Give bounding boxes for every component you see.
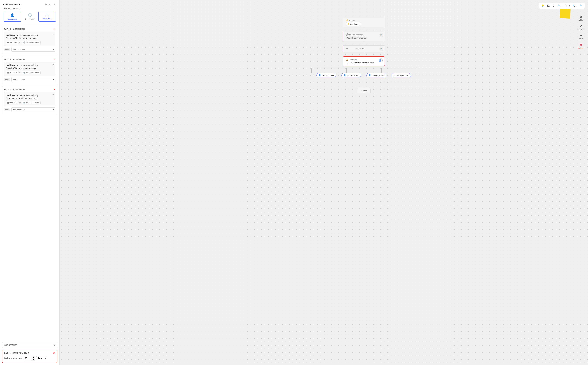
trigger-title: ⚡ Trigger <box>346 19 382 21</box>
path-3-and-label: AND <box>4 108 10 111</box>
close-button[interactable]: × <box>53 2 57 6</box>
path-2-and-row: AND Add condition ▾ <box>4 77 56 82</box>
copy-to-button[interactable]: ↗ Copy to <box>576 23 585 31</box>
inapp-content-tag: You still have work to do <box>346 37 367 39</box>
path-2-tag-nps-video: 🕐 NPS video demo <box>22 71 41 74</box>
path-3-label: PATH 3 - CONDITION <box>4 88 25 91</box>
move-icon: ✛ <box>580 34 582 37</box>
path-1-condition-bold: is clicked <box>6 34 15 36</box>
tab-conditions-label: Conditions <box>8 18 17 20</box>
path-2-remove-button[interactable]: ✕ <box>53 58 56 61</box>
branch-h-line <box>311 68 417 68</box>
days-value-input[interactable] <box>24 356 32 360</box>
canvas-toolbar: 💡 🖼 🗒 🔍− 100% 🔍+ 🔍 <box>539 3 585 9</box>
path-1-add-condition-button[interactable]: Add condition ▾ <box>11 47 56 52</box>
path-3-and-row: AND Add condition ▾ <box>4 107 56 112</box>
path-1-header: PATH 1 - CONDITION ✕ <box>4 28 56 30</box>
path-2-section: PATH 2 - CONDITION ✕ is clicked on respo… <box>2 56 57 84</box>
wait-content: Wait until conditions are met <box>346 62 382 64</box>
days-value-input-wrap: ▲ ▼ <box>23 356 35 361</box>
lightbulb-icon-button[interactable]: 💡 <box>540 4 545 8</box>
nps-badge: 📋 <box>379 47 383 51</box>
condition-met-1: 👤 Condition met <box>316 73 336 77</box>
path-1-condition-text: is clicked on response containing "detra… <box>6 34 54 40</box>
panel-header: Edit wait until... ID: 397 × Wait until … <box>0 0 59 24</box>
path-1-remove-button[interactable]: ✕ <box>53 28 56 30</box>
path-3-header: PATH 3 - CONDITION ✕ <box>4 88 56 91</box>
wait-node: ⏳ Wait Until... Wait until conditions ar… <box>343 56 385 66</box>
tab-event-time[interactable]: 🕐 Event time <box>21 12 39 22</box>
spin-down-button[interactable]: ▼ <box>32 358 35 361</box>
image-icon-button[interactable]: 🖼 <box>546 4 551 8</box>
path-2-condition-bold: is clicked <box>6 64 15 66</box>
path-3-add-condition-button[interactable]: Add condition ▾ <box>11 107 56 112</box>
connector-2 <box>364 41 364 45</box>
path-3-tag-nps-video: 🕐 NPS video demo <box>22 101 41 105</box>
zoom-out-button[interactable]: 🔍− <box>557 4 563 8</box>
paths-container: PATH 1 - CONDITION ✕ is clicked on respo… <box>0 24 59 342</box>
copy-button[interactable]: ⧉ Copy <box>576 14 585 22</box>
add-condition-global-button[interactable]: Add condition ▾ <box>2 342 57 348</box>
move-button[interactable]: ✛ Move <box>576 33 585 41</box>
tab-max-time[interactable]: ⏱ Max. time <box>38 12 56 22</box>
exit-line-container <box>297 77 431 88</box>
copy-to-icon: ↗ <box>580 24 582 28</box>
exit-node: ↗ Exit <box>357 88 370 93</box>
copy-to-label: Copy to <box>577 28 584 30</box>
path-1-label: PATH 1 - CONDITION <box>4 28 25 30</box>
path-2-condition-tags: ▦ Web NPS in 🕐 NPS video demo <box>6 71 54 74</box>
canvas: 💡 🖼 🗒 🔍− 100% 🔍+ 🔍 ⧉ Copy ↗ Copy to ✛ Mo… <box>60 0 588 365</box>
path-2-add-condition-button[interactable]: Add condition ▾ <box>11 77 56 82</box>
inapp-badge: 📋 <box>379 33 383 37</box>
path-1-condition-item: is clicked on response containing "detra… <box>4 32 56 46</box>
path-3-condition-bold: is clicked <box>6 94 15 97</box>
inapp-node: 💬 In-App Message 2 You still have work t… <box>343 32 385 41</box>
canvas-side-actions: ⧉ Copy ↗ Copy to ✛ Move ✕ Delete <box>576 14 585 50</box>
wait-max-row: Wait a maximum of ▲ ▼ hours days weeks <box>4 356 55 361</box>
delete-label: Delete <box>578 47 584 49</box>
path-1-section: PATH 1 - CONDITION ✕ is clicked on respo… <box>2 26 57 54</box>
copy-label: Copy <box>579 19 583 21</box>
zoom-in-button[interactable]: 🔍+ <box>571 4 578 8</box>
path-3-condition-text: is clicked on response containing "promo… <box>6 94 54 100</box>
path-1-tag-web-nps: ▦ Web NPS <box>6 41 18 44</box>
wait-max-label: Wait a maximum of <box>4 357 22 359</box>
path-1-and-row: AND Add condition ▾ <box>4 47 56 52</box>
sticky-note <box>560 9 571 19</box>
condition-met-2: 👤 Condition met <box>341 73 361 77</box>
path-4-label: PATH 4 - MAXIMUM TIME <box>4 352 29 354</box>
search-button[interactable]: 🔍 <box>579 4 584 8</box>
inapp-title: 💬 In-App Message 2 <box>346 34 382 36</box>
tab-conditions[interactable]: 👤 Conditions <box>4 12 21 22</box>
path-3-condition-tags: ▦ Web NPS in 🕐 NPS video demo <box>6 101 54 105</box>
nps-node: ▦ ▬▬▬▬ Web NPS 📋 <box>343 45 385 52</box>
spin-buttons: ▲ ▼ <box>32 356 35 361</box>
conditions-icon: 👤 <box>10 13 14 17</box>
max-time-icon: ⏱ <box>46 13 49 17</box>
path-4-header: PATH 4 - MAXIMUM TIME ✕ <box>4 352 55 354</box>
path-2-tag-web-nps: ▦ Web NPS <box>6 71 18 74</box>
path-3-remove-button[interactable]: ✕ <box>53 88 56 91</box>
path-1-condition-tags: ▦ Web NPS in 🕐 NPS video demo <box>6 41 54 44</box>
path-1-condition-close-button[interactable]: × <box>52 33 54 36</box>
connector-1 <box>364 27 364 32</box>
path-2-condition-close-button[interactable]: × <box>52 63 54 66</box>
condition-met-3: 👤 Condition met <box>367 73 386 77</box>
condition-met-row: 👤 Condition met 👤 Condition met 👤 Condit… <box>316 73 411 77</box>
tab-max-time-label: Max. time <box>43 18 51 20</box>
trigger-tag: ⚡ nps-trigger <box>346 22 361 26</box>
event-time-icon: 🕐 <box>28 13 32 17</box>
note-icon-button[interactable]: 🗒 <box>551 4 556 8</box>
copy-icon: ⧉ <box>580 15 582 18</box>
tabs-row: 👤 Conditions 🕐 Event time ⏱ Max. time <box>3 12 57 22</box>
delete-button[interactable]: ✕ Delete <box>576 42 585 50</box>
panel-id: ID: 397 <box>45 3 52 6</box>
path-4-remove-button[interactable]: ✕ <box>53 352 55 354</box>
days-unit-select[interactable]: hours days weeks <box>36 356 47 360</box>
path-3-condition-close-button[interactable]: × <box>52 93 54 96</box>
spin-up-button[interactable]: ▲ <box>32 356 35 358</box>
path-1-and-label: AND <box>4 48 10 51</box>
path-3-section: PATH 3 - CONDITION ✕ is clicked on respo… <box>2 86 57 114</box>
connector-3 <box>364 52 364 56</box>
panel-title: Edit wait until... <box>3 3 22 6</box>
